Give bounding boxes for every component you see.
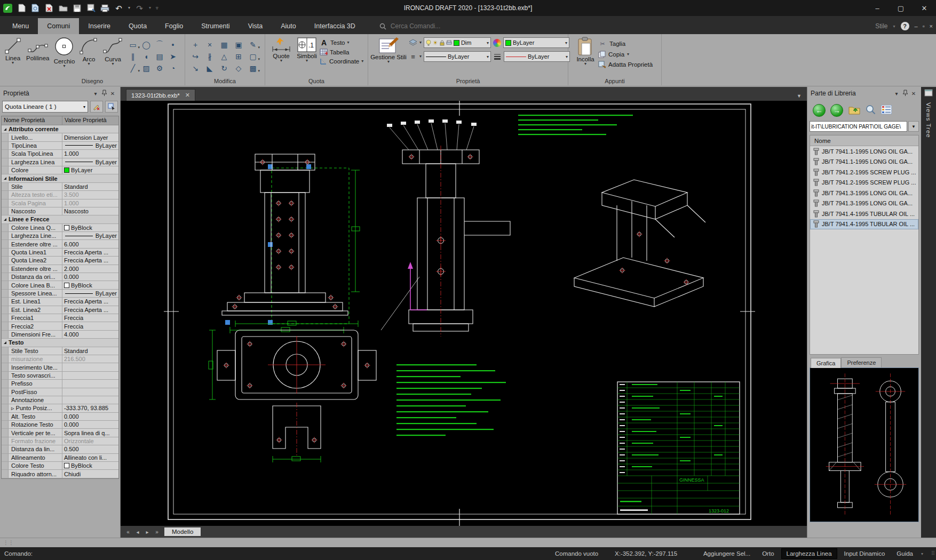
view-mode-icon[interactable]: [881, 105, 892, 116]
hatch-tool-icon[interactable]: ▨: [140, 63, 152, 74]
property-row[interactable]: Estendere oltre ...2.000: [2, 265, 118, 273]
app-logo-icon[interactable]: [3, 4, 12, 13]
library-item[interactable]: JB/T 7941.1-1995 LONG OIL GA...: [810, 157, 918, 167]
tabella-button[interactable]: Tabella: [320, 49, 363, 56]
menu-tab-comuni[interactable]: Comuni: [38, 18, 79, 34]
property-row[interactable]: Colore Linea Q...ByBlock: [2, 224, 118, 232]
search-input[interactable]: [390, 22, 459, 30]
views-tree-tab[interactable]: Views Tree: [925, 102, 932, 138]
mirror-icon[interactable]: △: [218, 51, 230, 62]
property-row[interactable]: Est. Linea1Freccia Aperta ...: [2, 298, 118, 306]
stamp-icon[interactable]: ▣: [233, 39, 244, 50]
property-row[interactable]: AllineamentoAllineato con li...: [2, 454, 118, 462]
menu-tab-foglio[interactable]: Foglio: [156, 18, 192, 34]
property-row[interactable]: Prefisso: [2, 380, 118, 388]
library-pin-icon[interactable]: [901, 90, 909, 97]
menu-tab-aiuto[interactable]: Aiuto: [272, 18, 305, 34]
simboli-button[interactable]: .1 Simboli▾: [294, 34, 320, 65]
region-tool-icon[interactable]: ◖: [140, 51, 152, 62]
menu-tab-vista[interactable]: Vista: [239, 18, 272, 34]
point-tool-icon[interactable]: •: [167, 39, 179, 50]
property-row[interactable]: Colore TestoByBlock: [2, 462, 118, 470]
incolla-button[interactable]: Incolla▾: [573, 34, 598, 68]
library-item[interactable]: JB/T 7941.4-1995 TUBULAR OIL ...: [810, 209, 918, 219]
library-search-icon[interactable]: [866, 105, 876, 117]
drawing-canvas[interactable]: GINNESSA 1323-012: [121, 101, 807, 526]
property-row[interactable]: Larghezza LineaByLayer: [2, 158, 118, 166]
prev-sheet-icon[interactable]: ◂: [133, 529, 142, 535]
property-group[interactable]: Attributo corrente: [2, 125, 118, 133]
property-row[interactable]: Colore Linea B...ByBlock: [2, 281, 118, 289]
help-icon[interactable]: ?: [901, 22, 909, 30]
property-row[interactable]: Livello...Dimension Layer: [2, 133, 118, 141]
status-toggle-aggiungere-sel-[interactable]: Aggiungere Sel...: [699, 549, 755, 558]
last-sheet-icon[interactable]: »: [153, 529, 161, 535]
doc-restore-button[interactable]: ▫: [923, 23, 925, 29]
library-column-header[interactable]: Nome: [810, 135, 918, 146]
property-row[interactable]: Distanza da ori...0.000: [2, 273, 118, 281]
menu-tab-interfaccia-3d[interactable]: Interfaccia 3D: [305, 18, 364, 34]
library-close-icon[interactable]: ✕: [909, 91, 918, 97]
property-row[interactable]: Inserimento Ute...: [2, 363, 118, 371]
tab-preferenze[interactable]: Preferenze: [841, 357, 882, 367]
column-value-header[interactable]: Valore Proprietà: [62, 116, 109, 125]
library-item[interactable]: JB/T 7941.3-1995 LONG OIL GA...: [810, 198, 918, 209]
lineweight-combo[interactable]: ByLayer ▾: [504, 51, 570, 62]
linetype-combo[interactable]: ByLayer ▾: [424, 51, 491, 62]
property-group[interactable]: Testo: [2, 339, 118, 347]
gestione-stili-button[interactable]: Gestione Stili▾: [371, 34, 406, 63]
views-tree-icon[interactable]: [924, 89, 933, 98]
property-row[interactable]: Larghezza Line...ByLayer: [2, 232, 118, 240]
style-caret-icon[interactable]: ▾: [893, 24, 895, 29]
menu-tab-inserire[interactable]: Inserire: [79, 18, 120, 34]
layer-stack-icon[interactable]: [409, 38, 417, 47]
library-item[interactable]: JB/T 7941.1-1995 LONG OIL GA...: [810, 146, 918, 157]
status-toggle-guida[interactable]: Guida: [892, 549, 918, 558]
property-row[interactable]: Rotazione Testo0.000: [2, 421, 118, 429]
region-edit-icon[interactable]: ▩▾: [247, 63, 259, 74]
property-row[interactable]: Verticale per te...Sopra linea di q...: [2, 429, 118, 437]
resize-grip-icon[interactable]: ⠿: [931, 550, 934, 556]
status-toggle-input-dinamico[interactable]: Input Dinamico: [839, 549, 890, 558]
panel-close-icon[interactable]: ✕: [108, 91, 117, 97]
property-row[interactable]: StileStandard: [2, 183, 118, 191]
property-row[interactable]: ColoreByLayer: [2, 166, 118, 174]
color-wheel-icon[interactable]: [493, 39, 501, 47]
pie-tool-icon[interactable]: ◔: [167, 63, 179, 74]
blank-rect-icon[interactable]: ▢▾: [247, 51, 259, 62]
property-row[interactable]: Altezza testo eti...3.500: [2, 191, 118, 199]
ellipse-tool-icon[interactable]: ◯: [140, 39, 152, 50]
status-toggle-larghezza-linea[interactable]: Larghezza Linea: [781, 548, 837, 559]
close-button[interactable]: ✕: [913, 0, 936, 16]
library-dropdown-icon[interactable]: ▾: [892, 91, 901, 97]
quote-button[interactable]: Quote▾: [268, 34, 294, 65]
move-icon[interactable]: +: [189, 39, 201, 50]
arco-button[interactable]: Arco▾: [77, 36, 100, 66]
property-row[interactable]: Annotazione: [2, 396, 118, 404]
polilinea-button[interactable]: Polilinea: [25, 36, 51, 62]
axis-line-tool-icon[interactable]: ╱▾: [127, 63, 139, 74]
customize-caret-icon[interactable]: ▿: [156, 6, 158, 11]
menu-tab-quota[interactable]: Quota: [120, 18, 156, 34]
library-path-input[interactable]: [810, 121, 907, 132]
style-label[interactable]: Stile: [875, 22, 887, 30]
save-icon[interactable]: [73, 4, 82, 13]
property-row[interactable]: Estendere oltre ...6.000: [2, 240, 118, 248]
property-row[interactable]: Scala Pagina1.000: [2, 199, 118, 207]
break-icon[interactable]: ∦: [204, 51, 216, 62]
undo-icon[interactable]: ↶: [114, 4, 123, 13]
copia-button[interactable]: Copia▾: [598, 51, 653, 58]
array-icon[interactable]: ▦: [218, 39, 230, 50]
menu-tab-menu[interactable]: Menu: [3, 18, 38, 34]
next-sheet-icon[interactable]: ▸: [143, 529, 152, 535]
property-group[interactable]: Informazioni Stile: [2, 174, 118, 182]
new-file-icon[interactable]: [17, 4, 26, 13]
double-line-tool-icon[interactable]: ∥: [127, 51, 139, 62]
status-caret-icon[interactable]: ▾: [921, 547, 923, 560]
lineweight-icon[interactable]: [493, 52, 502, 61]
rectangle-tool-icon[interactable]: ▭▾: [127, 39, 139, 50]
tab-grafica[interactable]: Grafica: [811, 358, 841, 368]
testo-button[interactable]: A Testo▾: [320, 38, 363, 47]
undo-caret-icon[interactable]: ▾: [128, 6, 130, 10]
property-row[interactable]: Stile TestoStandard: [2, 347, 118, 355]
